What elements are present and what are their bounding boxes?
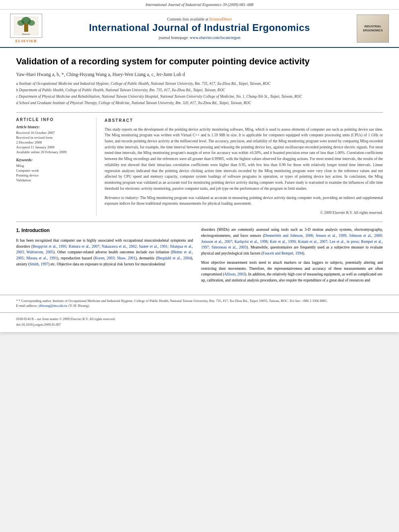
accepted-date: Accepted 11 January 2009: [16, 145, 90, 149]
body-right-column: disorders (MSDs) are commonly assessed u…: [201, 227, 383, 286]
footnote-section: * * Corresponding author. Institute of O…: [0, 295, 399, 313]
footnote-corresponding: * * Corresponding author. Institute of O…: [16, 298, 383, 304]
elsevier-logo-image: Elsevier: [10, 14, 42, 38]
relevance-label: Relevance to industry:: [105, 196, 139, 200]
svg-text:Elsevier: Elsevier: [22, 33, 30, 35]
keyword-2: Computer work: [16, 168, 90, 173]
main-content: Validation of a recording system for com…: [0, 48, 399, 295]
ref-faucett[interactable]: Faucett and Rempel, 1994: [263, 251, 303, 255]
svg-rect-2: [24, 24, 28, 32]
email-label: E-mail address:: [16, 304, 37, 308]
keyword-3: Pointing device: [16, 173, 90, 177]
history-label: Article history:: [16, 125, 90, 129]
body-content: 1. Introduction It has been recognized t…: [16, 227, 383, 286]
keyword-1: Mlog: [16, 164, 90, 168]
svg-point-3: [17, 20, 25, 26]
available-date: Available online 20 February 2009: [16, 150, 90, 154]
affiliation-d: d School and Graduate Institute of Physi…: [16, 100, 383, 106]
keywords-label: Keywords:: [16, 158, 90, 162]
article-info-abstract: ARTICLE INFO Article history: Received 1…: [16, 117, 383, 216]
authors-line: Yaw-Huei Hwang a, b, *, Ching-Hsyang Wan…: [16, 72, 383, 78]
sciencedirect-link[interactable]: ScienceDirect: [209, 17, 232, 21]
intro-para-2: disorders (MSDs) are commonly assessed u…: [201, 227, 383, 257]
divider-1: [16, 112, 383, 113]
elsevier-logo: Elsevier ELSEVIER: [8, 14, 44, 43]
industrial-ergonomics-logo: INDUSTRIALERGONOMICS: [357, 14, 389, 43]
footer-issn: 0169-8141/$ – see front matter © 2009 El…: [16, 317, 383, 321]
affiliation-b: b Department of Public Health, College o…: [16, 87, 383, 93]
svg-point-4: [28, 20, 35, 26]
abstract-text: This study reports on the development of…: [105, 127, 383, 192]
footnote-corresponding-text: * Corresponding author. Institute of Occ…: [19, 299, 327, 303]
abstract-column: ABSTRACT This study reports on the devel…: [105, 117, 383, 216]
ref-koren[interactable]: Koren, 2003; Shaw, 2001: [95, 256, 136, 260]
revised-date: 2 December 2008: [16, 140, 90, 144]
intro-para-1: It has been recognized that computer use…: [16, 238, 193, 267]
sciencedirect-line: Contents lists available at ScienceDirec…: [50, 17, 349, 21]
article-info-column: ARTICLE INFO Article history: Received 1…: [16, 117, 97, 216]
article-info-heading: ARTICLE INFO: [16, 117, 90, 122]
relevance-text: Relevance to industry: The Mlog monitori…: [105, 195, 383, 207]
affiliation-c: c Department of Physical Medicine and Re…: [16, 94, 383, 99]
authors-text: Yaw-Huei Hwang a, b, *, Ching-Hsyang Wan…: [16, 72, 185, 77]
journal-citation: International Journal of Industrial Ergo…: [146, 2, 253, 7]
homepage-prefix: journal homepage:: [159, 35, 190, 40]
body-left-column: 1. Introduction It has been recognized t…: [16, 227, 193, 286]
intro-para-2-text: disorders (MSDs) are commonly assessed u…: [201, 228, 383, 255]
homepage-url[interactable]: www.elsevier.com/locate/ergon: [190, 35, 241, 40]
footer-doi: doi:10.1016/j.ergon.2009.01.007: [16, 322, 383, 327]
ref-smith[interactable]: Smith, 1997: [30, 262, 48, 266]
sciencedirect-prefix: Contents lists available at: [167, 17, 209, 21]
journal-logo-right: INDUSTRIALERGONOMICS: [355, 14, 391, 43]
elsevier-label: ELSEVIER: [15, 39, 37, 43]
affiliations: a Institute of Occupational Medicine and…: [16, 81, 383, 106]
ref-dennerlein[interactable]: Dennerlein and Johnson, 2006; Jensen et …: [201, 234, 383, 249]
journal-title-area: Contents lists available at ScienceDirec…: [50, 17, 349, 40]
journal-homepage: journal homepage: www.elsevier.com/locat…: [50, 35, 349, 40]
section-number: 1.: [16, 228, 20, 233]
section-label: Introduction: [21, 228, 49, 233]
ref-allison[interactable]: Allison, 2003: [224, 272, 245, 276]
journal-main-title: International Journal of Industrial Ergo…: [50, 22, 349, 34]
affiliation-a: a Institute of Occupational Medicine and…: [16, 81, 383, 86]
ref-bergqvist[interactable]: Bergqvist et al., 1995; Kimura et al., 2…: [16, 244, 193, 255]
received-date: Received 16 October 2007: [16, 131, 90, 135]
keyword-4: Validation: [16, 178, 90, 182]
email-name: (Y.-H. Hwang).: [68, 304, 90, 308]
journal-header: Elsevier ELSEVIER Contents lists availab…: [0, 10, 399, 48]
intro-para-3-text: Most objective measurement tools need to…: [201, 261, 383, 282]
footer: 0169-8141/$ – see front matter © 2009 El…: [0, 312, 399, 332]
intro-para-1-text: It has been recognized that computer use…: [16, 238, 193, 266]
footnote-email: E-mail address: yhlwang@ntu.edu.tw (Y.-H…: [16, 303, 383, 308]
logo-text: INDUSTRIALERGONOMICS: [363, 25, 383, 33]
copyright: © 2009 Elsevier B.V. All rights reserved…: [105, 210, 383, 216]
introduction-title: 1. Introduction: [16, 227, 193, 234]
article-title: Validation of a recording system for com…: [16, 56, 383, 68]
revised-label: Received in revised form: [16, 136, 90, 140]
top-bar: International Journal of Industrial Ergo…: [0, 0, 399, 10]
divider-2: [16, 222, 383, 222]
intro-para-3: Most objective measurement tools need to…: [201, 260, 383, 283]
abstract-heading: ABSTRACT: [105, 117, 383, 123]
relevance-content: The Mlog monitoring program was validate…: [105, 196, 383, 206]
email-link[interactable]: yhlwang@ntu.edu.tw: [38, 304, 68, 308]
ref-bergdahl[interactable]: Bergdahl et al., 2004: [157, 256, 191, 260]
